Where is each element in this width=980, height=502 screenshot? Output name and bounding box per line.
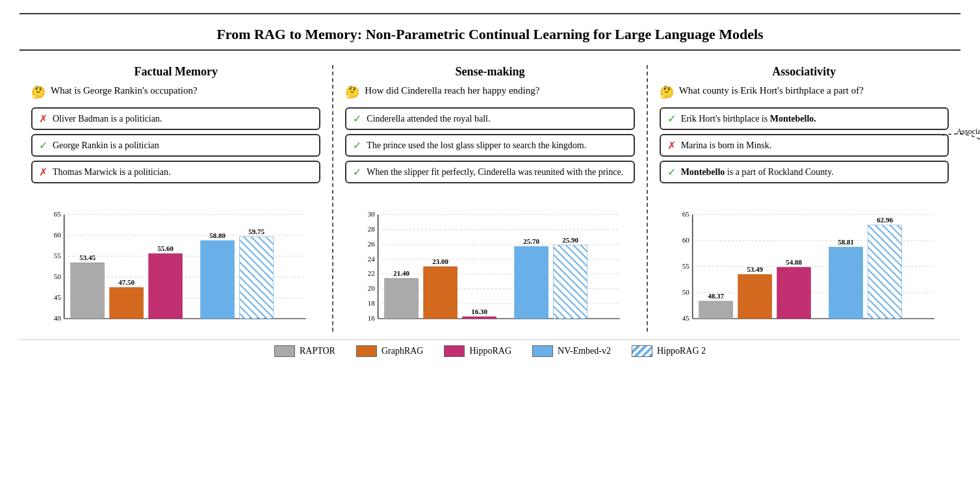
column-factual: Factual Memory 🤔 What is George Rankin's…	[19, 65, 332, 332]
svg-text:59.75: 59.75	[248, 228, 264, 235]
svg-text:65: 65	[682, 210, 690, 218]
main-container: From RAG to Memory: Non-Parametric Conti…	[0, 0, 980, 375]
evidence-text: Erik Hort's birthplace is Montebello.	[681, 114, 816, 124]
column-associativity: Associativity 🤔 What county is Erik Hort…	[648, 65, 961, 332]
svg-rect-16	[71, 263, 105, 319]
svg-text:25.70: 25.70	[524, 237, 540, 245]
svg-text:45: 45	[54, 293, 62, 301]
question-emoji-factual: 🤔	[31, 85, 45, 99]
evidence-item: ✗ Marina is born in Minsk.	[660, 134, 949, 157]
svg-rect-74	[738, 274, 771, 319]
svg-rect-24	[240, 237, 274, 319]
svg-text:24: 24	[368, 255, 376, 263]
associated-arrow: Associated	[936, 122, 980, 174]
col-title-associativity: Associativity	[660, 65, 949, 79]
check-icon: ✓	[353, 139, 361, 152]
svg-rect-50	[463, 317, 496, 319]
svg-text:22: 22	[368, 269, 375, 277]
svg-text:55.60: 55.60	[157, 244, 174, 252]
evidence-item: ✓ Montebello is a part of Rockland Count…	[660, 161, 949, 183]
evidence-text: Thomas Marwick is a politician.	[53, 167, 171, 178]
evidence-text: Oliver Badman is a politician.	[53, 114, 162, 124]
legend-label-graphrag: GraphRAG	[381, 346, 424, 356]
svg-text:16: 16	[368, 314, 376, 322]
legend-hipporag: HippoRAG	[444, 345, 511, 357]
col-title-factual: Factual Memory	[31, 65, 320, 79]
legend-section: RAPTOR GraphRAG HippoRAG NV-Embed-v2 Hip…	[19, 339, 961, 362]
legend-raptor: RAPTOR	[274, 345, 335, 357]
check-icon: ✓	[39, 139, 47, 152]
svg-rect-18	[110, 287, 144, 319]
question-text-sensemaking: How did Cinderella reach her happy endin…	[365, 85, 539, 96]
chart-factual: 65 60 55 50 45 40 53.45 47.50 55	[31, 195, 320, 332]
legend-swatch-graphrag	[356, 345, 377, 357]
chart-sensemaking: 30 28 26 24 22 20 18 16 21.40 23.00	[345, 195, 634, 332]
evidence-list-associativity: ✓ Erik Hort's birthplace is Montebello. …	[660, 107, 949, 183]
svg-rect-48	[424, 267, 458, 319]
svg-rect-78	[829, 247, 862, 319]
svg-rect-54	[554, 245, 587, 319]
svg-rect-22	[201, 241, 235, 319]
svg-text:23.00: 23.00	[433, 258, 449, 265]
svg-rect-80	[868, 225, 901, 319]
svg-text:62.96: 62.96	[877, 216, 893, 224]
legend-label-hipporag: HippoRAG	[469, 346, 511, 356]
svg-text:20: 20	[368, 284, 376, 292]
svg-text:50: 50	[54, 272, 62, 280]
svg-text:40: 40	[54, 314, 62, 322]
svg-rect-76	[777, 267, 810, 319]
evidence-text: George Rankin is a politician	[53, 140, 159, 151]
evidence-item: ✓ When the slipper fit perfectly, Cinder…	[345, 161, 634, 183]
question-emoji-sensemaking: 🤔	[345, 85, 359, 99]
legend-swatch-hipporag	[444, 345, 465, 357]
check-icon: ✓	[353, 112, 361, 125]
svg-text:58.81: 58.81	[838, 238, 854, 246]
evidence-list-sensemaking: ✓ Cinderella attended the royal ball. ✓ …	[345, 107, 634, 183]
question-emoji-associativity: 🤔	[660, 85, 674, 99]
evidence-item: ✗ Oliver Badman is a politician.	[31, 107, 320, 130]
cross-icon: ✗	[39, 166, 47, 178]
legend-nvembed: NV-Embed-v2	[532, 345, 611, 357]
columns-wrapper: Factual Memory 🤔 What is George Rankin's…	[19, 65, 961, 332]
evidence-text: Marina is born in Minsk.	[681, 140, 772, 151]
cross-icon: ✗	[667, 139, 676, 152]
evidence-list-factual: ✗ Oliver Badman is a politician. ✓ Georg…	[31, 107, 320, 183]
title-section: From RAG to Memory: Non-Parametric Conti…	[19, 13, 961, 51]
svg-text:30: 30	[368, 210, 376, 218]
svg-text:28: 28	[368, 225, 376, 233]
evidence-text: Cinderella attended the royal ball.	[367, 114, 490, 124]
cross-icon: ✗	[39, 112, 47, 125]
svg-text:16.30: 16.30	[472, 308, 488, 315]
evidence-item: ✓ The prince used the lost glass slipper…	[345, 134, 634, 157]
svg-text:18: 18	[368, 299, 376, 307]
evidence-text: Montebello is a part of Rockland County.	[681, 167, 834, 178]
svg-text:45: 45	[682, 314, 690, 322]
svg-text:60: 60	[682, 236, 690, 244]
svg-text:48.37: 48.37	[708, 292, 724, 300]
evidence-item: ✓ Cinderella attended the royal ball.	[345, 107, 634, 130]
check-icon: ✓	[667, 166, 676, 178]
svg-text:60: 60	[54, 231, 62, 239]
svg-text:54.88: 54.88	[786, 258, 802, 266]
evidence-item: ✗ Thomas Marwick is a politician.	[31, 161, 320, 183]
column-sensemaking: Sense-making 🤔 How did Cinderella reach …	[333, 65, 646, 332]
evidence-text: The prince used the lost glass slipper t…	[367, 140, 586, 151]
svg-text:53.49: 53.49	[747, 265, 763, 273]
question-text-factual: What is George Rankin's occupation?	[51, 85, 198, 96]
legend-swatch-nvembed	[532, 345, 553, 357]
question-row-sensemaking: 🤔 How did Cinderella reach her happy end…	[345, 85, 634, 99]
question-row-associativity: 🤔 What county is Erik Hort's birthplace …	[660, 85, 949, 99]
legend-graphrag: GraphRAG	[356, 345, 424, 357]
svg-text:58.80: 58.80	[209, 231, 226, 239]
legend-label-nvembed: NV-Embed-v2	[558, 346, 611, 356]
svg-text:47.50: 47.50	[118, 278, 135, 286]
svg-rect-46	[385, 278, 419, 319]
page-title: From RAG to Memory: Non-Parametric Conti…	[216, 26, 763, 42]
svg-text:55: 55	[682, 262, 690, 270]
svg-text:Associated: Associated	[957, 127, 980, 136]
svg-text:21.40: 21.40	[394, 269, 410, 277]
check-icon: ✓	[667, 112, 676, 125]
svg-text:25.90: 25.90	[563, 236, 579, 244]
svg-text:55: 55	[54, 252, 62, 259]
svg-rect-52	[515, 246, 548, 319]
